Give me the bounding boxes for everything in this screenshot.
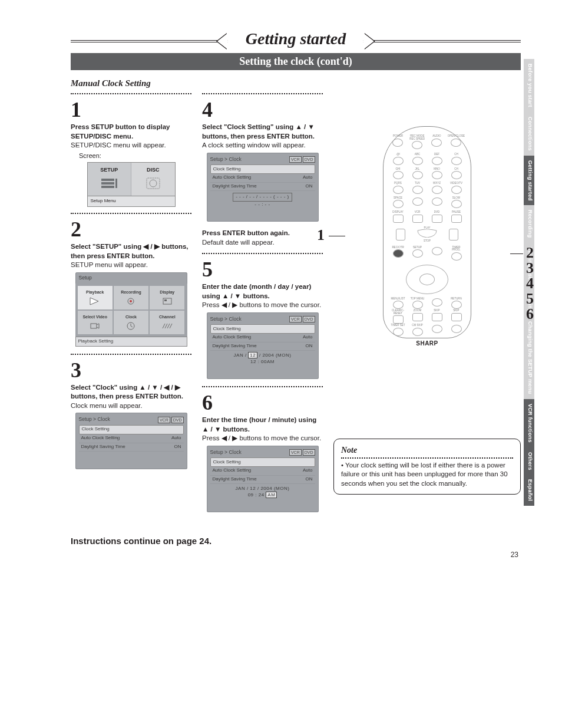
remote-button [432,197,442,206]
remote-button-label: CH [448,153,465,156]
remote-button [451,186,462,194]
remote-button [432,298,442,307]
remote-button [451,200,462,208]
remote-button-label: PQRS [389,182,406,185]
osd-row-auto-val: Auto [303,174,312,181]
remote-button [431,139,442,147]
osd-breadcrumb: Setup > Clock [210,156,242,163]
clock-osd-placeholder: Setup > Clock VCRDVD Clock Setting Auto … [207,153,319,222]
remote-button [393,171,404,179]
remote-button-label: SKIP [448,309,465,312]
up-down-arrows: ▲ / ▼ [222,292,241,299]
remote-button [432,215,442,223]
remote-button [412,157,423,165]
column-1: 1 Press SETUP button to display SETUP/DI… [71,91,191,519]
step-5-post: buttons. [241,292,270,299]
step-number: 1 [71,99,191,120]
svg-rect-10 [164,299,167,301]
svg-rect-3 [115,179,117,188]
osd-row-clock: Clock Setting [82,426,110,433]
side-tab: Recording [524,205,534,242]
remote-button-label: AUDIO [428,135,445,138]
dvd-badge: DVD [303,316,315,322]
setup-menu-grid: PlaybackRecordingDisplaySelect VideoCloc… [75,284,187,337]
remote-button [412,249,423,258]
step-number: 4 [202,99,323,120]
step-4-extra-plain: Default date will appear. [202,239,275,246]
remote-button [432,313,442,321]
osd-time-pre: 09 : 24 [248,492,266,498]
remote-button [451,301,462,309]
section-title: Manual Clock Setting [71,78,521,88]
remote-button-label: DISPLAY [389,211,406,214]
side-tab: VCR functions [524,399,534,447]
osd-row-dst-val: ON [174,444,181,450]
left-right-arrows: ◀ / ▶ [143,243,160,250]
step-2-pre: Select "SETUP" using [71,243,143,250]
step-6-post: buttons. [221,426,250,433]
brand-label: SHARP [389,340,465,347]
step-number: 3 [71,360,191,381]
remote-button-label: TUV [409,182,426,185]
osd-row-dst: Daylight Saving Time [213,476,257,483]
remote-button-label: REC/OTR [389,246,406,249]
remote-button-label: VCR [409,211,426,214]
note-body: Your clock setting will be lost if eithe… [341,462,508,487]
remote-button [393,215,404,223]
setup-menu-footer: Playback Setting [75,337,187,347]
remote-button-label: DVD [428,211,445,214]
remote-button [412,197,423,206]
note-heading: Note [341,445,513,456]
remote-button-label: GHI [389,168,406,171]
step-number: 6 [202,392,323,413]
dvd-badge: DVD [303,449,315,456]
svg-rect-2 [101,186,114,188]
osd-row-auto-val: Auto [303,467,312,474]
osd-time: 12 : 00AM [250,359,275,364]
column-2: 4 Select "Clock Setting" using ▲ / ▼ but… [202,91,323,519]
callout-1: 1 [317,226,325,244]
setup-menu-title: Setup [75,272,187,284]
remote-button [392,139,403,147]
setup-window-footer: Setup Menu [88,196,175,206]
remote-button [412,186,423,194]
step-4-plain: A clock setting window will appear. [202,141,306,149]
svg-marker-6 [90,298,98,305]
osd-row-auto-val: Auto [171,435,181,442]
osd-row-dst-val: ON [306,476,313,483]
vcr-badge: VCR [158,417,170,423]
svg-point-5 [150,180,157,187]
osd-date-placeholder: - - - / - - / - - - - ( - - - ) [233,193,292,202]
vcr-badge: VCR [289,449,302,456]
remote-button [393,249,404,258]
side-tab: Getting started [524,156,534,206]
remote-button [451,215,462,223]
remote-button [393,200,404,208]
remote-button [412,313,423,321]
remote-button-label: MNO [428,168,445,171]
remote-button-label: VIDEO/TV [448,182,465,185]
step-6-plain-pre: Press [202,434,222,442]
osd-row-dst-val: ON [306,343,313,350]
vcr-badge: VCR [289,316,302,322]
step-6-body: Enter the time (hour / minute) using ▲ /… [202,416,323,512]
setup-disc-window: SETUP DISC Setup Menu [87,162,176,207]
stop-label: STOP [415,240,439,243]
step-2-plain: SETUP menu will appear. [71,261,148,268]
setup-menu-cell: Display [150,286,184,309]
divider [202,386,323,387]
remote-button-label: ABC [409,153,426,156]
step-4-pre: Select "Clock Setting" using [202,123,296,130]
step-3-post: buttons, then press ENTER button. [71,393,183,400]
remote-button [451,325,462,333]
remote-button-label: ZOOM [409,309,426,312]
osd-row-auto: Auto Clock Setting [213,467,252,474]
step-4-body: Select "Clock Setting" using ▲ / ▼ butto… [202,123,323,247]
nav-arrows: ▲ / ▼ / ◀ / ▶ [139,384,180,391]
ff-button [449,229,458,241]
divider [71,213,191,214]
remote-button-label: CM SKIP [409,324,426,327]
osd-date-full: JAN / 12 / 2004 (MON) [236,486,290,491]
osd-row-auto: Auto Clock Setting [213,334,252,341]
remote-button [412,328,423,336]
